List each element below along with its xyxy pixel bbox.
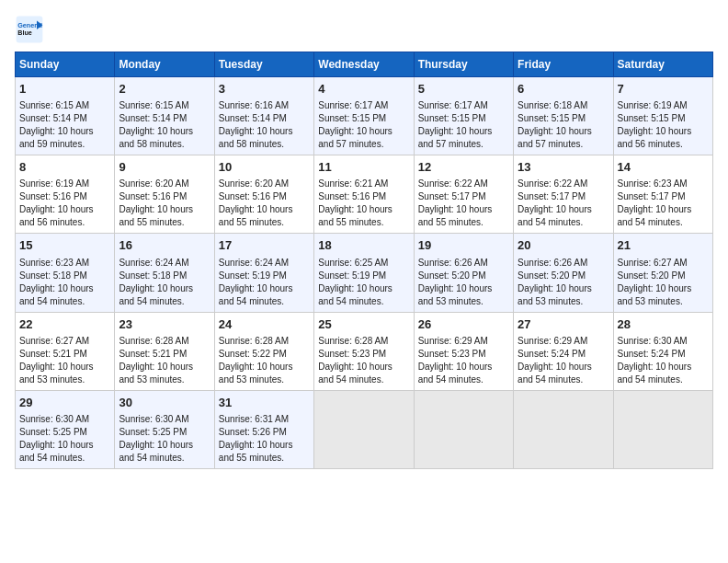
day-info: Sunrise: 6:29 AM <box>418 335 509 348</box>
day-info: Sunset: 5:15 PM <box>618 112 709 125</box>
day-info: and 58 minutes. <box>219 138 310 151</box>
day-info: Sunrise: 6:27 AM <box>618 257 709 270</box>
day-info: Sunrise: 6:20 AM <box>219 178 310 190</box>
day-info: and 54 minutes. <box>318 373 409 386</box>
day-info: Sunset: 5:17 PM <box>418 190 509 203</box>
calendar-cell: 26Sunrise: 6:29 AMSunset: 5:23 PMDayligh… <box>414 312 513 390</box>
day-info: Sunrise: 6:23 AM <box>19 257 110 270</box>
day-info: Sunrise: 6:19 AM <box>618 99 709 112</box>
day-info: and 55 minutes. <box>318 216 409 229</box>
day-info: and 55 minutes. <box>219 216 310 229</box>
day-info: Sunrise: 6:21 AM <box>318 178 409 190</box>
column-header-saturday: Saturday <box>613 52 712 77</box>
day-number: 16 <box>119 237 210 254</box>
day-info: Daylight: 10 hours <box>19 361 110 373</box>
calendar-cell: 30Sunrise: 6:30 AMSunset: 5:25 PMDayligh… <box>115 390 214 468</box>
day-info: and 54 minutes. <box>119 295 210 308</box>
day-info: Sunrise: 6:19 AM <box>19 178 110 190</box>
day-info: Daylight: 10 hours <box>418 125 509 138</box>
day-info: Sunset: 5:19 PM <box>219 270 310 282</box>
day-info: Sunrise: 6:20 AM <box>119 178 210 190</box>
day-info: Sunset: 5:16 PM <box>318 190 409 203</box>
calendar-cell <box>314 390 414 468</box>
calendar-cell: 14Sunrise: 6:23 AMSunset: 5:17 PMDayligh… <box>613 155 712 234</box>
day-number: 21 <box>618 237 709 254</box>
day-number: 10 <box>219 159 310 176</box>
day-info: Sunset: 5:15 PM <box>418 112 509 125</box>
day-info: and 54 minutes. <box>418 373 509 386</box>
day-info: and 53 minutes. <box>618 295 709 308</box>
day-info: Sunset: 5:21 PM <box>19 348 110 361</box>
day-info: and 55 minutes. <box>219 452 310 465</box>
calendar-cell: 29Sunrise: 6:30 AMSunset: 5:25 PMDayligh… <box>16 390 115 468</box>
calendar-cell: 1Sunrise: 6:15 AMSunset: 5:14 PMDaylight… <box>16 77 115 155</box>
day-info: Sunrise: 6:17 AM <box>318 99 409 112</box>
calendar-cell: 18Sunrise: 6:25 AMSunset: 5:19 PMDayligh… <box>314 234 414 312</box>
day-number: 27 <box>518 316 609 333</box>
day-info: and 53 minutes. <box>19 373 110 386</box>
day-number: 22 <box>19 316 110 333</box>
calendar-cell: 17Sunrise: 6:24 AMSunset: 5:19 PMDayligh… <box>214 234 313 312</box>
day-info: Sunrise: 6:18 AM <box>518 99 609 112</box>
calendar-cell: 15Sunrise: 6:23 AMSunset: 5:18 PMDayligh… <box>16 234 115 312</box>
day-info: Sunrise: 6:26 AM <box>518 257 609 270</box>
day-info: Sunrise: 6:31 AM <box>219 413 310 426</box>
day-info: Sunrise: 6:24 AM <box>219 257 310 270</box>
day-number: 5 <box>418 81 509 98</box>
day-info: Sunset: 5:17 PM <box>618 190 709 203</box>
day-info: Sunset: 5:14 PM <box>119 112 210 125</box>
calendar-table: SundayMondayTuesdayWednesdayThursdayFrid… <box>15 52 713 469</box>
day-info: Daylight: 10 hours <box>518 125 609 138</box>
day-info: Sunset: 5:22 PM <box>219 348 310 361</box>
day-info: Daylight: 10 hours <box>318 282 409 295</box>
day-info: Sunset: 5:16 PM <box>219 190 310 203</box>
day-info: Sunset: 5:15 PM <box>518 112 609 125</box>
day-info: Daylight: 10 hours <box>618 125 709 138</box>
calendar-cell: 28Sunrise: 6:30 AMSunset: 5:24 PMDayligh… <box>613 312 712 390</box>
day-info: Sunset: 5:16 PM <box>19 190 110 203</box>
day-number: 19 <box>418 237 509 254</box>
day-info: Sunrise: 6:22 AM <box>418 178 509 190</box>
calendar-cell: 23Sunrise: 6:28 AMSunset: 5:21 PMDayligh… <box>115 312 214 390</box>
calendar-cell: 31Sunrise: 6:31 AMSunset: 5:26 PMDayligh… <box>214 390 313 468</box>
day-info: Daylight: 10 hours <box>219 125 310 138</box>
column-header-monday: Monday <box>115 52 214 77</box>
day-info: Sunrise: 6:28 AM <box>318 335 409 348</box>
day-info: Sunset: 5:23 PM <box>318 348 409 361</box>
calendar-week-row: 1Sunrise: 6:15 AMSunset: 5:14 PMDaylight… <box>16 77 713 155</box>
day-info: and 57 minutes. <box>318 138 409 151</box>
logo-icon: General Blue <box>15 15 44 44</box>
calendar-cell <box>414 390 513 468</box>
day-info: Sunset: 5:21 PM <box>119 348 210 361</box>
day-info: Daylight: 10 hours <box>219 439 310 452</box>
day-info: and 54 minutes. <box>19 452 110 465</box>
day-info: and 54 minutes. <box>618 373 709 386</box>
day-info: and 58 minutes. <box>119 138 210 151</box>
calendar-cell: 2Sunrise: 6:15 AMSunset: 5:14 PMDaylight… <box>115 77 214 155</box>
day-info: Sunrise: 6:16 AM <box>219 99 310 112</box>
day-info: Daylight: 10 hours <box>19 439 110 452</box>
day-info: Daylight: 10 hours <box>318 361 409 373</box>
day-info: Sunrise: 6:29 AM <box>518 335 609 348</box>
day-info: and 54 minutes. <box>518 373 609 386</box>
day-number: 13 <box>518 159 609 176</box>
calendar-week-row: 15Sunrise: 6:23 AMSunset: 5:18 PMDayligh… <box>16 234 713 312</box>
day-number: 1 <box>19 81 110 98</box>
calendar-cell: 6Sunrise: 6:18 AMSunset: 5:15 PMDaylight… <box>514 77 613 155</box>
day-info: Sunrise: 6:27 AM <box>19 335 110 348</box>
day-info: Sunset: 5:26 PM <box>219 426 310 439</box>
column-header-friday: Friday <box>514 52 613 77</box>
day-info: Daylight: 10 hours <box>518 361 609 373</box>
page-header: General Blue <box>15 15 713 44</box>
day-number: 15 <box>19 237 110 254</box>
day-info: Sunset: 5:20 PM <box>418 270 509 282</box>
day-info: Sunset: 5:24 PM <box>618 348 709 361</box>
day-number: 6 <box>518 81 609 98</box>
day-info: and 53 minutes. <box>219 373 310 386</box>
day-info: Daylight: 10 hours <box>19 282 110 295</box>
day-number: 3 <box>219 81 310 98</box>
day-info: and 59 minutes. <box>19 138 110 151</box>
svg-text:Blue: Blue <box>17 29 32 37</box>
day-info: Sunrise: 6:17 AM <box>418 99 509 112</box>
column-header-wednesday: Wednesday <box>314 52 414 77</box>
